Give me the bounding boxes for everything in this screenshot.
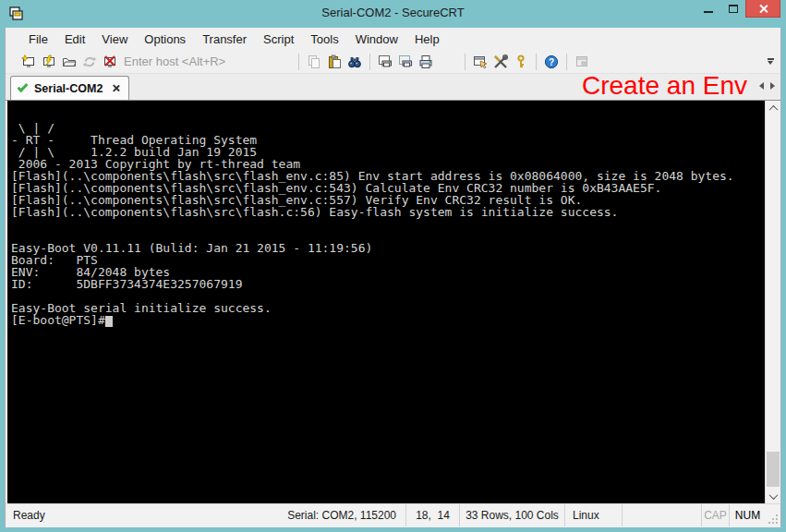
vertical-scrollbar[interactable] xyxy=(765,101,780,503)
status-serial: Serial: COM2, 115200 xyxy=(267,504,405,526)
terminal-line xyxy=(11,218,765,230)
terminal-screen[interactable]: \ | / - RT - Thread Operating System / |… xyxy=(7,101,765,503)
script-button[interactable] xyxy=(572,52,592,72)
svg-text:?: ? xyxy=(549,56,554,66)
securecrt-window: Serial-COM2 - SecureCRT File Edit View O… xyxy=(0,0,786,532)
minimize-icon xyxy=(704,11,713,13)
key-button[interactable] xyxy=(511,52,531,72)
close-icon xyxy=(758,4,768,14)
session-options-button[interactable] xyxy=(470,52,490,72)
menu-options[interactable]: Options xyxy=(136,30,194,49)
chevron-up-icon xyxy=(768,104,778,114)
paste-button[interactable] xyxy=(324,52,345,72)
menu-window[interactable]: Window xyxy=(347,30,406,49)
title-bar: Serial-COM2 - SecureCRT xyxy=(0,0,786,28)
find-button[interactable] xyxy=(345,52,365,72)
tab-close-icon[interactable] xyxy=(112,84,120,92)
window-content: File Edit View Options Transfer Script T… xyxy=(5,28,781,527)
terminal-row: \ | / - RT - Thread Operating System / |… xyxy=(6,101,780,503)
terminal-cursor xyxy=(105,316,113,327)
copy-button[interactable] xyxy=(304,52,324,72)
menu-file[interactable]: File xyxy=(20,30,56,49)
connect-button[interactable] xyxy=(39,52,59,72)
paste-icon xyxy=(327,54,342,69)
terminal-line: Easy-Boot serial initialize success. xyxy=(11,302,765,314)
auto-print-button[interactable] xyxy=(395,52,416,72)
global-options-button[interactable] xyxy=(490,52,511,72)
status-emulation: Linux xyxy=(564,504,622,526)
menu-tools[interactable]: Tools xyxy=(302,30,346,49)
terminal-line: Easy-Boot V0.11.11 (Bulid: Jan 21 2015 -… xyxy=(11,242,765,254)
session-manager-icon xyxy=(62,54,77,69)
status-num-lock: NUM xyxy=(729,504,766,526)
status-caps-lock: CAP xyxy=(701,504,729,526)
toolbar-separator xyxy=(536,54,537,70)
reconnect-button[interactable] xyxy=(79,52,100,72)
tab-scroll-right-icon[interactable] xyxy=(770,82,775,90)
status-screen-size: 33 Rows, 100 Cols xyxy=(459,504,564,526)
menu-bar: File Edit View Options Transfer Script T… xyxy=(6,28,780,50)
menu-edit[interactable]: Edit xyxy=(56,30,93,49)
find-icon xyxy=(347,54,362,69)
help-icon: ? xyxy=(544,54,559,69)
connected-check-icon xyxy=(17,81,28,92)
menu-script[interactable]: Script xyxy=(255,30,302,49)
host-input[interactable] xyxy=(124,53,262,70)
session-manager-button[interactable] xyxy=(59,52,79,72)
toolbar-separator xyxy=(298,54,299,70)
maximize-icon xyxy=(729,5,738,13)
status-ready: Ready xyxy=(6,504,267,526)
scrollbar-thumb[interactable] xyxy=(767,452,780,487)
disconnect-button[interactable] xyxy=(100,52,120,72)
menu-view[interactable]: View xyxy=(93,30,136,49)
status-bar: Ready Serial: COM2, 115200 18, 14 33 Row… xyxy=(6,503,780,526)
annotation-text: Create an Env xyxy=(582,71,747,101)
maximize-button[interactable] xyxy=(720,0,745,18)
print-button[interactable] xyxy=(375,52,395,72)
menu-transfer[interactable]: Transfer xyxy=(194,30,255,49)
minimize-button[interactable] xyxy=(695,0,720,18)
toolbar-overflow-icon xyxy=(768,58,774,60)
reconnect-icon xyxy=(82,54,97,69)
window-controls xyxy=(695,0,780,18)
tab-bar: Serial-COM2 Create an Env xyxy=(6,74,780,101)
tab-scroll-buttons xyxy=(759,82,775,90)
connect-icon xyxy=(42,54,56,69)
toolbar-separator xyxy=(465,54,466,70)
shell-prompt: [E-boot@PTS]# xyxy=(11,313,105,327)
menu-help[interactable]: Help xyxy=(406,30,448,49)
terminal-line: [Flash](..\components\flash\src\flash.c:… xyxy=(11,206,765,218)
help-button[interactable]: ? xyxy=(541,52,562,72)
print-setup-icon xyxy=(418,54,433,69)
quick-connect-icon xyxy=(21,54,36,69)
toolbar-overflow-button[interactable] xyxy=(764,58,777,65)
quick-connect-button[interactable] xyxy=(18,52,39,72)
terminal-line: ID: 5DBFF3734374E3257067919 xyxy=(11,278,765,290)
scroll-down-button[interactable] xyxy=(766,489,780,503)
toolbar-separator xyxy=(369,54,370,70)
print-setup-button[interactable] xyxy=(416,52,436,72)
print-icon xyxy=(378,54,393,69)
status-cursor-position: 18, 14 xyxy=(405,504,459,526)
resize-grip[interactable] xyxy=(766,504,780,526)
tab-scroll-left-icon[interactable] xyxy=(759,82,764,90)
tab-serial-com2[interactable]: Serial-COM2 xyxy=(10,76,129,100)
disconnect-icon xyxy=(103,54,117,69)
terminal-prompt-line: [E-boot@PTS]# xyxy=(11,314,765,326)
toolbar-separator xyxy=(566,54,567,70)
script-icon xyxy=(574,54,589,69)
close-button[interactable] xyxy=(745,0,780,18)
tab-label: Serial-COM2 xyxy=(34,82,103,95)
scroll-up-button[interactable] xyxy=(766,101,780,115)
copy-icon xyxy=(307,54,321,69)
key-icon xyxy=(514,54,528,69)
session-options-icon xyxy=(473,54,488,69)
chevron-down-icon xyxy=(768,490,778,500)
global-options-icon xyxy=(493,54,508,69)
auto-print-icon xyxy=(398,54,413,69)
status-blank xyxy=(622,504,701,526)
terminal-line xyxy=(11,110,765,122)
window-title: Serial-COM2 - SecureCRT xyxy=(0,6,786,19)
